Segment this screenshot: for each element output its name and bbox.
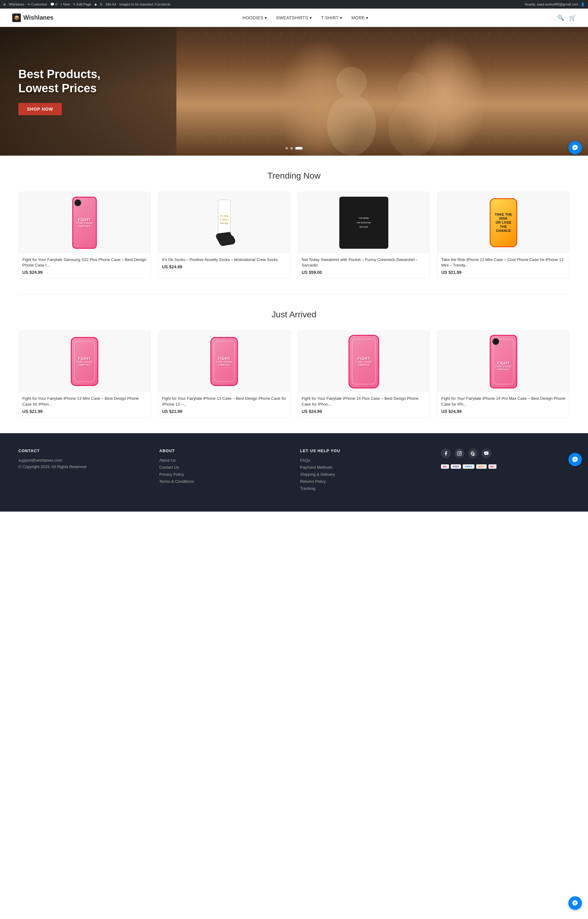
footer-faqs[interactable]: FAQs bbox=[300, 458, 429, 463]
svg-text:it's okay: it's okay bbox=[220, 215, 228, 217]
product-card-trending-1[interactable]: FIGHT FOR YOUR FAIRYTALE Fight for Your … bbox=[18, 192, 151, 279]
svg-point-1 bbox=[336, 67, 367, 97]
admin-g[interactable]: G bbox=[100, 2, 103, 6]
iphone-orange-img: TAKE THERISKOR LOSETHECHANCE bbox=[490, 198, 517, 247]
nav-hoodies[interactable]: HOODIES ▾ bbox=[242, 15, 267, 20]
nav-sweatshirts[interactable]: SWEATSHIRTS ▾ bbox=[276, 15, 312, 20]
admin-wishlanes[interactable]: Wishlanes bbox=[9, 2, 24, 6]
hero-art bbox=[176, 27, 588, 156]
sweatshirts-label: SWEATSHIRTS bbox=[276, 15, 308, 20]
iphone14promax-case-img: FIGHT FOR YOUR FAIRYTALE bbox=[490, 335, 517, 388]
cart-icon[interactable]: 🛒 bbox=[569, 15, 576, 21]
trending-title: Trending Now bbox=[18, 171, 570, 181]
hero-dots bbox=[286, 147, 302, 150]
chat-bubble-mid[interactable] bbox=[569, 453, 582, 466]
footer-about-us[interactable]: About Us bbox=[159, 458, 288, 463]
footer-tracking[interactable]: Tracking bbox=[300, 486, 429, 491]
hero-content: Best Products,Lowest Prices SHOP NOW bbox=[0, 68, 119, 115]
product-card-ja-1[interactable]: FIGHT FOR YOUR FAIRYTALE Fight for Your … bbox=[18, 331, 151, 418]
trending-section: Trending Now FIGHT FOR YOUR FAIRYTALE Fi… bbox=[0, 156, 588, 294]
visa-icon: VISA bbox=[451, 464, 461, 469]
hero-dot-2[interactable] bbox=[290, 147, 293, 150]
product-name-3: Not Today Sweatshirt with Pocket – Funny… bbox=[302, 257, 426, 268]
logo-text: Wishlanes bbox=[23, 14, 53, 21]
footer-contact-col: CONTACT support@wishlanes.com © Copyrigh… bbox=[18, 449, 147, 493]
payment-icons: MC VISA AMEX DISC MC bbox=[441, 464, 570, 469]
search-icon[interactable]: 🔍 bbox=[557, 15, 564, 21]
youtube-icon[interactable] bbox=[481, 449, 491, 458]
sweatshirt-img: not todaynot tomorrownot ever bbox=[339, 197, 388, 249]
admin-edit[interactable]: ✎ Edit Page bbox=[73, 2, 91, 6]
product-name-ja-2: Fight for Your Fairytale iPhone 13 Case … bbox=[162, 396, 286, 407]
product-price-1: US $24.99 bbox=[23, 270, 147, 275]
admin-bar: ⊕ Wishlanes ✏ Customize 💬 0 + New ✎ Edit… bbox=[0, 0, 588, 8]
footer-privacy-policy[interactable]: Privacy Policy bbox=[159, 472, 288, 476]
product-card-ja-2[interactable]: FIGHT FOR YOUR FAIRYTALE Fight for Your … bbox=[158, 331, 290, 418]
product-card-ja-3[interactable]: FIGHT FOR YOUR FAIRYTALE Fight for Your … bbox=[298, 331, 430, 418]
footer-social-col: MC VISA AMEX DISC MC bbox=[441, 449, 570, 493]
iphone13mini-case-img: FIGHT FOR YOUR FAIRYTALE bbox=[71, 337, 98, 386]
footer-copyright: © Copyright 2023. All Rights Reserved bbox=[18, 464, 147, 469]
pinterest-icon[interactable] bbox=[468, 449, 478, 458]
sock-svg: it's okay to have a bad day bbox=[212, 198, 236, 247]
footer-shipping[interactable]: Shipping & Delivery bbox=[300, 472, 429, 476]
more-label: MORE bbox=[351, 15, 365, 20]
footer-about-col: ABOUT About Us Contact Us Privacy Policy… bbox=[159, 449, 288, 493]
footer-help-col: LET US HELP YOU FAQs Payment Methods Shi… bbox=[300, 449, 429, 493]
admin-customize[interactable]: ✏ Customize bbox=[27, 2, 47, 6]
shop-now-button[interactable]: SHOP NOW bbox=[18, 103, 62, 115]
logo-icon: 📦 bbox=[12, 13, 21, 22]
product-card-ja-4[interactable]: FIGHT FOR YOUR FAIRYTALE Fight for Your … bbox=[437, 331, 570, 418]
admin-divi[interactable]: ◆ bbox=[94, 2, 97, 6]
product-price-3: US $59.00 bbox=[302, 270, 426, 275]
hero-dot-3[interactable] bbox=[295, 147, 302, 150]
product-price-ja-2: US $21.99 bbox=[162, 409, 286, 414]
sweatshirts-chevron-icon: ▾ bbox=[310, 15, 312, 20]
product-price-ja-4: US $24.99 bbox=[441, 409, 565, 414]
admin-comments[interactable]: 💬 0 bbox=[50, 2, 57, 6]
mastercard-icon: MC bbox=[441, 464, 449, 469]
svg-point-2 bbox=[388, 99, 437, 156]
product-name-ja-3: Fight for Your Fairytale iPhone 14 Plus … bbox=[302, 396, 426, 407]
footer-contact-us[interactable]: Contact Us bbox=[159, 465, 288, 470]
product-info-4: Take the Risk iPhone 13 Mini Case – Cool… bbox=[438, 254, 569, 278]
product-card-trending-4[interactable]: TAKE THERISKOR LOSETHECHANCE Take the Ri… bbox=[437, 192, 570, 279]
site-logo[interactable]: 📦 Wishlanes bbox=[12, 13, 53, 22]
nav-tshirt[interactable]: T-SHIRT ▾ bbox=[321, 15, 342, 20]
samsung-case-img: FIGHT FOR YOUR FAIRYTALE bbox=[72, 197, 97, 249]
chat-bubble-hero[interactable] bbox=[569, 141, 582, 154]
footer-help-heading: LET US HELP YOU bbox=[300, 449, 429, 453]
footer-social-icons bbox=[441, 449, 570, 458]
product-info-ja-2: Fight for Your Fairytale iPhone 13 Case … bbox=[158, 392, 290, 417]
iphone13-case-img: FIGHT FOR YOUR FAIRYTALE bbox=[210, 337, 238, 386]
product-image-sweatshirt: not todaynot tomorrownot ever bbox=[298, 192, 430, 254]
wp-logo[interactable]: ⊕ bbox=[3, 2, 6, 6]
product-info-2: It's Ok Socks – Positive Novelty Socks –… bbox=[158, 254, 290, 273]
amex-icon: AMEX bbox=[463, 464, 474, 469]
product-image-samsung: FIGHT FOR YOUR FAIRYTALE bbox=[19, 192, 150, 254]
footer-terms-conditions[interactable]: Terms & Conditions bbox=[159, 479, 288, 484]
product-info-ja-3: Fight for Your Fairytale iPhone 14 Plus … bbox=[298, 392, 430, 417]
site-header: 📦 Wishlanes HOODIES ▾ SWEATSHIRTS ▾ T-SH… bbox=[0, 8, 588, 27]
product-image-ja-3: FIGHT FOR YOUR FAIRYTALE bbox=[298, 331, 430, 392]
user-avatar-icon[interactable]: 👤 bbox=[581, 2, 585, 6]
nav-more[interactable]: MORE ▾ bbox=[351, 15, 368, 20]
product-info-ja-1: Fight for Your Fairytale iPhone 13 Mini … bbox=[19, 392, 150, 417]
hero-section: Best Products,Lowest Prices SHOP NOW bbox=[0, 27, 588, 156]
hero-dot-1[interactable] bbox=[286, 147, 288, 150]
mastercard2-icon: MC bbox=[488, 464, 496, 469]
facebook-icon[interactable] bbox=[441, 449, 451, 458]
product-card-trending-2[interactable]: it's okay to have a bad day It's Ok Sock… bbox=[158, 192, 290, 279]
hero-children-svg bbox=[176, 27, 588, 156]
instagram-icon[interactable] bbox=[454, 449, 464, 458]
more-chevron-icon: ▾ bbox=[366, 15, 368, 20]
footer-email: support@wishlanes.com bbox=[18, 458, 147, 463]
admin-new[interactable]: + New bbox=[60, 2, 70, 6]
admin-sitekit[interactable]: Site Kit bbox=[106, 2, 116, 6]
footer-payment-methods[interactable]: Payment Methods bbox=[300, 465, 429, 470]
footer-returns[interactable]: Returns Policy bbox=[300, 479, 429, 484]
product-price-4: US $21.99 bbox=[441, 270, 565, 275]
product-card-trending-3[interactable]: not todaynot tomorrownot ever Not Today … bbox=[298, 192, 430, 279]
svg-rect-7 bbox=[457, 451, 461, 455]
product-name-2: It's Ok Socks – Positive Novelty Socks –… bbox=[162, 257, 286, 263]
